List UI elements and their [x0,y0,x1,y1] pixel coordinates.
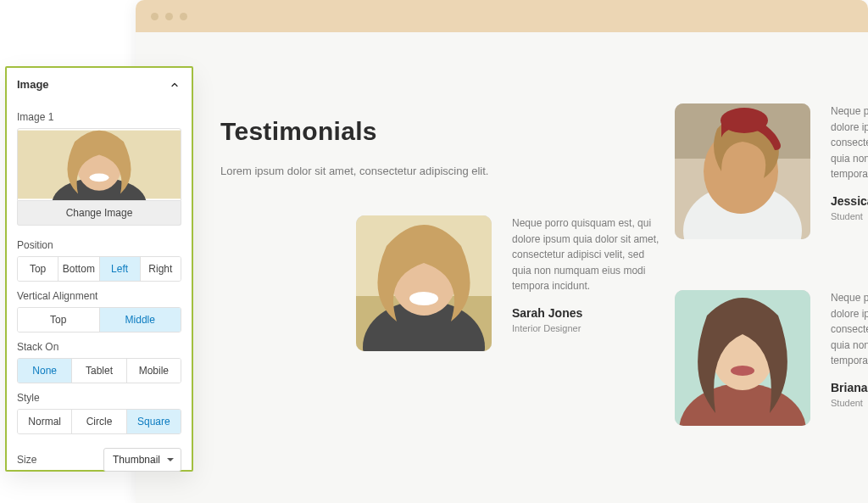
stack-option-none[interactable]: None [18,359,71,383]
style-option-square[interactable]: Square [126,410,181,433]
panel-title: Image [17,78,49,91]
size-row: Size Thumbnail [17,448,181,472]
testimonial-text: Neque porro quisquam est, qui dolore ips… [512,215,665,333]
chevron-down-icon [167,458,174,461]
position-option-bottom[interactable]: Bottom [58,257,98,281]
testimonial-name: Briana Luke [831,381,868,394]
position-option-top[interactable]: Top [18,257,58,281]
image-settings-panel: Image Image 1 Change Image Position Top … [5,66,193,472]
testimonial-card-jessica: Neque porro quisquam est, qui dolore ips… [675,103,868,239]
testimonial-card-sarah: Neque porro quisquam est, qui dolore ips… [356,215,665,351]
testimonial-card-briana: Neque porro quisquam est, qui dolore ips… [675,290,868,426]
valign-label: Vertical Alignment [17,290,181,302]
testimonial-name: Sarah Jones [512,306,665,320]
browser-title-bar [136,0,868,32]
testimonial-text: Neque porro quisquam est, qui dolore ips… [831,290,868,408]
testimonial-name: Jessica Foxx [831,194,868,208]
testimonial-role: Student [831,398,868,408]
testimonial-body: Neque porro quisquam est, qui dolore ips… [512,215,665,294]
size-select-value: Thumbnail [113,454,160,466]
testimonial-thumb [675,103,810,239]
chevron-up-icon [170,80,180,90]
size-label: Size [17,454,36,466]
position-label: Position [17,239,181,251]
position-option-right[interactable]: Right [140,257,181,281]
person-photo-icon [675,103,810,239]
valign-option-middle[interactable]: Middle [99,308,181,332]
stack-segmented: None Tablet Mobile [17,358,181,383]
svg-point-4 [721,108,768,133]
style-option-normal[interactable]: Normal [18,410,71,433]
image-label: Image 1 [17,111,181,123]
position-option-left[interactable]: Left [99,257,140,281]
window-dot [165,13,173,20]
size-select[interactable]: Thumbnail [103,448,181,472]
testimonial-body: Neque porro quisquam est, qui dolore ips… [831,103,868,182]
window-dot [151,13,159,20]
browser-window: Testimonials Lorem ipsum dolor sit amet,… [136,0,868,503]
testimonial-body: Neque porro quisquam est, qui dolore ips… [831,290,868,369]
testimonials-cards: Neque porro quisquam est, qui dolore ips… [356,103,868,494]
stack-label: Stack On [17,341,181,353]
svg-point-17 [89,174,108,182]
svg-point-9 [409,292,438,305]
panel-header-image[interactable]: Image [7,68,192,99]
style-segmented: Normal Circle Square [17,409,181,434]
preview-thumbnail [18,129,181,200]
panel-body: Image 1 Change Image Position Top Bottom… [7,99,192,483]
change-image-button[interactable]: Change Image [17,201,181,226]
style-label: Style [17,392,181,404]
svg-point-13 [731,366,754,376]
testimonial-role: Interior Designer [512,323,665,333]
valign-option-top[interactable]: Top [18,308,99,332]
person-photo-icon [675,290,810,426]
testimonial-text: Neque porro quisquam est, qui dolore ips… [831,103,868,221]
position-segmented: Top Bottom Left Right [17,256,181,282]
style-option-circle[interactable]: Circle [71,410,125,433]
valign-segmented: Top Middle [17,307,181,333]
testimonial-role: Student [831,211,868,221]
stack-option-tablet[interactable]: Tablet [71,359,125,383]
testimonial-thumb [675,290,810,426]
window-dot [180,13,187,20]
person-photo-icon [356,215,492,351]
image-preview[interactable] [17,128,181,201]
stack-option-mobile[interactable]: Mobile [126,359,181,383]
testimonial-thumb [356,215,492,351]
